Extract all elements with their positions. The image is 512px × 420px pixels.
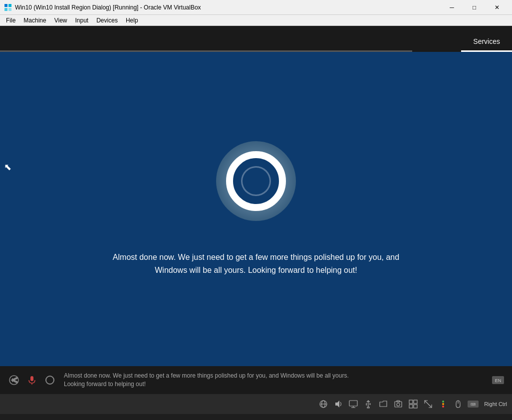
setup-text: Almost done now. We just need to get a f… — [113, 251, 399, 276]
vm-content: ⬉ Almost done now. We just need to get a… — [0, 52, 512, 366]
cursor-indicator: ⬉ — [4, 162, 11, 173]
menu-file[interactable]: File — [2, 16, 19, 25]
topbar: Services — [0, 26, 512, 52]
services-tab[interactable]: Services — [461, 26, 512, 52]
mouse-icon[interactable] — [451, 397, 465, 411]
circle-icon — [41, 366, 59, 394]
setup-line1: Almost done now. We just need to get a f… — [113, 253, 399, 261]
svg-rect-14 — [349, 401, 357, 406]
network-globe-icon[interactable] — [316, 397, 330, 411]
seamless-icon[interactable] — [406, 397, 420, 411]
svg-point-27 — [442, 406, 444, 408]
cortana-outer-glow — [216, 141, 296, 221]
app-icon — [4, 3, 12, 11]
menu-help[interactable]: Help — [122, 16, 142, 25]
svg-point-26 — [442, 403, 444, 405]
titlebar: Win10 (Win10 Install Region Dialog) [Run… — [0, 0, 512, 15]
cortana-ring — [226, 151, 286, 211]
right-ctrl-label: Right Ctrl — [481, 401, 510, 407]
svg-rect-0 — [4, 4, 7, 7]
svg-marker-13 — [335, 401, 339, 408]
svg-rect-5 — [30, 376, 33, 381]
svg-text:⌨: ⌨ — [471, 403, 476, 406]
scale-icon[interactable] — [421, 397, 435, 411]
svg-rect-3 — [8, 8, 11, 11]
mic-icon — [23, 366, 41, 394]
svg-rect-22 — [409, 405, 413, 408]
svg-rect-21 — [414, 400, 417, 404]
arrow-icon — [5, 366, 23, 394]
keyboard-icon[interactable]: ⌨ — [466, 397, 480, 411]
svg-rect-2 — [4, 8, 7, 11]
menu-input[interactable]: Input — [71, 16, 93, 25]
svg-line-24 — [425, 401, 432, 408]
maximize-button[interactable]: □ — [463, 0, 486, 15]
svg-rect-20 — [409, 400, 413, 404]
vm-menu-icon[interactable] — [436, 397, 450, 411]
svg-point-7 — [46, 376, 54, 384]
keyboard-layout-icon: EN — [489, 366, 507, 394]
statusbar: Almost done now. We just need to get a f… — [0, 366, 512, 394]
svg-text:EN: EN — [495, 378, 502, 383]
minimize-button[interactable]: ─ — [441, 0, 463, 15]
menu-devices[interactable]: Devices — [92, 16, 122, 25]
close-button[interactable]: ✕ — [486, 0, 508, 15]
status-message: Almost done now. We just need to get a f… — [59, 372, 489, 389]
cortana-inner — [241, 166, 271, 196]
svg-rect-1 — [8, 4, 11, 7]
audio-icon[interactable] — [331, 397, 345, 411]
setup-line2: Windows will be all yours. Looking forwa… — [155, 266, 357, 274]
window-controls: ─ □ ✕ — [441, 0, 508, 15]
svg-point-25 — [442, 401, 444, 403]
shared-folders-icon[interactable] — [376, 397, 390, 411]
screenshot-icon[interactable] — [391, 397, 405, 411]
svg-point-18 — [397, 403, 400, 406]
taskbar: ⌨ Right Ctrl — [0, 394, 512, 414]
menubar: File Machine View Input Devices Help — [0, 15, 512, 26]
usb-icon[interactable] — [361, 397, 375, 411]
display-icon[interactable] — [346, 397, 360, 411]
svg-rect-23 — [414, 405, 417, 408]
menu-machine[interactable]: Machine — [19, 16, 50, 25]
window-title: Win10 (Win10 Install Region Dialog) [Run… — [15, 4, 441, 11]
menu-view[interactable]: View — [50, 16, 71, 25]
cortana-animation — [216, 141, 296, 221]
